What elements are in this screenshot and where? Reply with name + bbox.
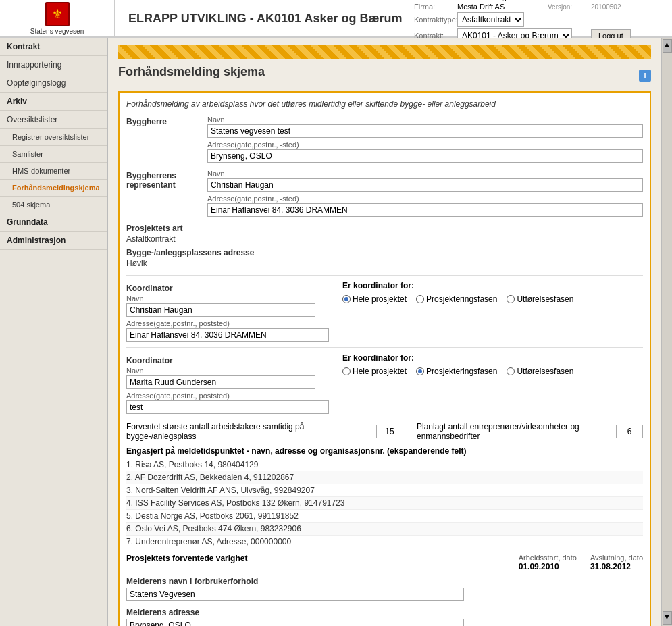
form-header-text: Forhåndsmelding av arbeidsplass hvor det… xyxy=(126,99,643,109)
koordinator1-left: Koordinator Navn Adresse(gate,postnr., p… xyxy=(126,280,329,344)
engaged-item-3: 3. Nord-Salten Veidrift AF ANS, Ulvsvåg,… xyxy=(126,484,643,497)
dato-value: 01.02.2013 xyxy=(591,0,658,1)
dato-label: Dato: xyxy=(548,0,588,1)
koordinator2-right: Er koordinator for: Hele prosjektet Pros… xyxy=(342,352,643,417)
koord2-radio2-btn[interactable] xyxy=(416,367,424,375)
workers-row: Forventet største antall arbeidstakere s… xyxy=(126,422,643,441)
byggherre-adresse-input[interactable] xyxy=(207,149,643,163)
scroll-up-btn[interactable]: ▲ xyxy=(663,39,672,53)
engaged-item-7: 7. Underentreprenør AS, Adresse, 0000000… xyxy=(126,536,643,548)
repr-row: Byggherrens representant Navn Adresse(ga… xyxy=(126,169,643,219)
koord1-radio3-label: Utførelsesfasen xyxy=(517,294,573,304)
firma-label: Firma: xyxy=(414,3,455,11)
repr-label: Byggherrens representant xyxy=(126,169,207,190)
engaged-item-2: 2. AF Dozerdrift AS, Bekkedalen 4, 91120… xyxy=(126,471,643,484)
avslutning-col: Avslutning, dato 31.08.2012 xyxy=(590,554,643,571)
er-koordinator2-for-label: Er koordinator for: xyxy=(342,353,643,363)
koord2-radio3-label: Utførelsesfasen xyxy=(517,367,573,376)
koord1-radio-group: Hele prosjektet Prosjekteringsfasen Utfø… xyxy=(342,294,643,304)
engaged-item-5: 5. Destia Norge AS, Postboks 2061, 99119… xyxy=(126,510,643,523)
koord2-adresse-label: Adresse(gate,postnr., poststed) xyxy=(126,392,329,400)
sidebar-item-innrapportering[interactable]: Innrapportering xyxy=(0,56,107,74)
byggherre-navn-input[interactable] xyxy=(207,124,643,138)
byggherre-label: Byggherre xyxy=(126,115,207,126)
koordinator1-label: Koordinator xyxy=(126,284,329,293)
workers-label: Forventet største antall arbeidstakere s… xyxy=(126,422,369,441)
scroll-track xyxy=(663,53,672,611)
koord1-navn-input[interactable] xyxy=(126,303,315,317)
koord1-radio1-label: Hele prosjektet xyxy=(353,294,407,304)
engaged-label: Engasjert på meldetidspunktet - navn, ad… xyxy=(126,446,643,456)
firma-value: Mesta Drift AS xyxy=(457,3,545,11)
bygge-adresse-section: Bygge-/anleggsplassens adresse Høvik xyxy=(126,248,643,268)
koord2-radio2-label: Prosjekteringsfasen xyxy=(426,367,497,376)
koord1-radio3-btn[interactable] xyxy=(507,295,515,303)
koord1-adresse-input[interactable] xyxy=(126,328,329,342)
scroll-down-btn[interactable]: ▼ xyxy=(663,611,672,625)
melders-navn-section: Melderens navn i forbrukerforhold xyxy=(126,577,643,604)
sidebar-item-arkiv[interactable]: Arkiv xyxy=(0,93,107,111)
workers-input[interactable] xyxy=(376,425,403,438)
sidebar-item-registrer[interactable]: Registrer oversiktslister xyxy=(0,129,107,146)
sidebar-item-forhandsmeldingskjema[interactable]: Forhåndsmeldingskjema xyxy=(0,180,107,197)
repr-fields: Navn Adresse(gate,postnr., -sted) xyxy=(207,169,643,219)
sidebar-item-504skjema[interactable]: 504 skjema xyxy=(0,197,107,213)
koordinator1-right: Er koordinator for: Hele prosjektet Pros… xyxy=(342,280,643,344)
koordinator2-section: Koordinator Navn Adresse(gate,postnr., p… xyxy=(126,347,643,417)
koord2-radio1[interactable]: Hele prosjektet xyxy=(342,367,407,376)
byggherre-navn-label: Navn xyxy=(207,115,643,124)
entrepreneurs-input[interactable] xyxy=(616,425,643,438)
logo-text: Statens vegvesen xyxy=(30,28,84,35)
sidebar-item-kontrakt[interactable]: Kontrakt xyxy=(0,38,107,56)
info-icon[interactable]: i xyxy=(639,70,651,82)
sidebar-item-administrasjon[interactable]: Administrasjon xyxy=(0,232,107,250)
koord2-radio-group: Hele prosjektet Prosjekteringsfasen Utfø… xyxy=(342,367,643,376)
repr-adresse-input[interactable] xyxy=(207,203,643,217)
koord1-radio3[interactable]: Utførelsesfasen xyxy=(507,294,573,304)
koord2-navn-input[interactable] xyxy=(126,375,315,389)
melders-adresse-input[interactable] xyxy=(126,619,464,626)
arbeidsstart-col: Arbeidsstart, dato 01.09.2010 xyxy=(519,554,577,571)
koord1-radio1[interactable]: Hele prosjektet xyxy=(342,294,407,304)
sidebar: Kontrakt Innrapportering Oppfølgingslogg… xyxy=(0,38,108,626)
sidebar-item-grunndata[interactable]: Grunndata xyxy=(0,213,107,232)
repr-adresse-label: Adresse(gate,postnr., -sted) xyxy=(207,194,643,203)
logo-emblem: ⚜ xyxy=(45,2,70,26)
koord1-radio1-btn[interactable] xyxy=(342,295,351,303)
melders-adresse-label: Melderens adresse xyxy=(126,608,643,617)
koordinator2-label: Koordinator xyxy=(126,356,329,365)
koord2-radio3-btn[interactable] xyxy=(507,367,515,375)
repr-navn-input[interactable] xyxy=(207,178,643,192)
scrollbar[interactable]: ▲ ▼ xyxy=(661,38,672,626)
prosjektets-art-label: Prosjektets art xyxy=(126,224,643,233)
koord1-adresse-label: Adresse(gate,postnr., poststed) xyxy=(126,319,329,328)
koord1-radio2[interactable]: Prosjekteringsfasen xyxy=(416,294,497,304)
koord2-radio1-btn[interactable] xyxy=(342,367,351,375)
app-title: ELRAPP UTVIKLING - AK0101 Asker og Bærum xyxy=(115,11,414,26)
sidebar-item-hms[interactable]: HMS-dokumenter xyxy=(0,163,107,180)
kontrakttype-select[interactable]: Asfaltkontrakt xyxy=(457,12,524,27)
engaged-item-6: 6. Oslo Vei AS, Postboks 474 Økern, 9832… xyxy=(126,523,643,536)
sidebar-item-oversiktslister[interactable]: Oversiktslister xyxy=(0,111,107,129)
koord2-radio3[interactable]: Utførelsesfasen xyxy=(507,367,573,376)
bygge-adresse-value: Høvik xyxy=(126,259,643,268)
kontrakttype-label: Kontrakttype: xyxy=(414,16,455,24)
engaged-item-1: 1. Risa AS, Postboks 14, 980404129 xyxy=(126,459,643,471)
melders-adresse-section: Melderens adresse xyxy=(126,608,643,626)
entrepreneurs-label: Planlagt antall entreprenører/virksomhet… xyxy=(410,422,609,441)
logo-icon: ⚜ xyxy=(52,7,63,22)
content-area: Forhåndsmelding skjema i Forhåndsmelding… xyxy=(108,38,661,626)
navn-label: Navn: xyxy=(414,0,455,1)
koord1-radio2-label: Prosjekteringsfasen xyxy=(426,294,497,304)
bygge-adresse-label: Bygge-/anleggsplassens adresse xyxy=(126,248,643,257)
melders-navn-input[interactable] xyxy=(126,588,464,601)
sidebar-item-oppfolgingslogg[interactable]: Oppfølgingslogg xyxy=(0,74,107,93)
sidebar-item-samlister[interactable]: Samlister xyxy=(0,146,107,163)
duration-label: Prosjektets forventede varighet xyxy=(126,554,519,563)
koord1-radio2-btn[interactable] xyxy=(416,295,424,303)
prosjektets-art-value: Asfaltkontrakt xyxy=(126,234,643,244)
koord2-adresse-input[interactable] xyxy=(126,400,329,414)
versjon-label: Versjon: xyxy=(548,3,588,11)
koord2-radio2[interactable]: Prosjekteringsfasen xyxy=(416,367,497,376)
koord2-navn-label: Navn xyxy=(126,367,329,375)
